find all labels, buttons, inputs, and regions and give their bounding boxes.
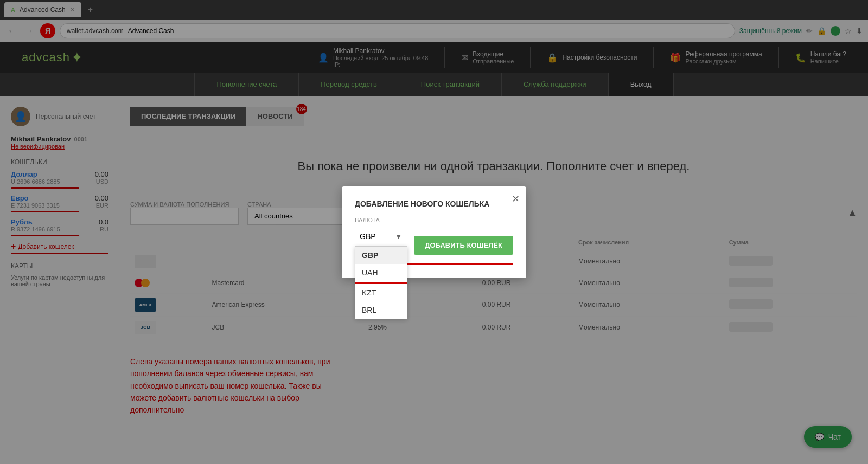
modal-close-button[interactable]: ✕ [512,193,520,205]
modal-currency-label: ВАЛЮТА [355,217,513,223]
currency-option-uah[interactable]: UAH [355,264,407,281]
modal-row: GBP UAH KZT BRL ▼ GBP UAH KZT BRL ДОБАВИ… [355,227,513,255]
modal-overlay[interactable]: ДОБАВЛЕНИЕ НОВОГО КОШЕЛЬКА ✕ ВАЛЮТА GBP … [0,0,868,427]
modal-title: ДОБАВЛЕНИЕ НОВОГО КОШЕЛЬКА [355,199,513,208]
currency-option-brl[interactable]: BRL [355,301,407,319]
currency-select-wrapper: GBP UAH KZT BRL ▼ GBP UAH KZT BRL [355,227,407,246]
currency-select[interactable]: GBP UAH KZT BRL [355,227,407,246]
add-wallet-modal-btn[interactable]: ДОБАВИТЬ КОШЕЛЁК [414,236,513,255]
currency-option-gbp[interactable]: GBP [355,247,407,264]
currency-option-kzt[interactable]: KZT [355,284,407,301]
modal-add-wallet: ДОБАВЛЕНИЕ НОВОГО КОШЕЛЬКА ✕ ВАЛЮТА GBP … [342,186,526,278]
currency-dropdown-list: GBP UAH KZT BRL [355,246,407,319]
